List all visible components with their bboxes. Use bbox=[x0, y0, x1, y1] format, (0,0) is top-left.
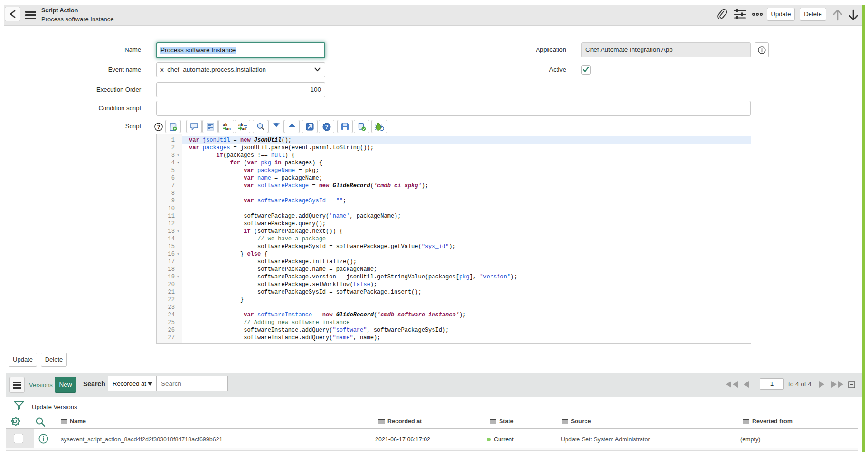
svg-text:ac: ac bbox=[226, 127, 231, 131]
svg-text:?: ? bbox=[325, 124, 328, 130]
svg-text:?: ? bbox=[157, 124, 160, 130]
